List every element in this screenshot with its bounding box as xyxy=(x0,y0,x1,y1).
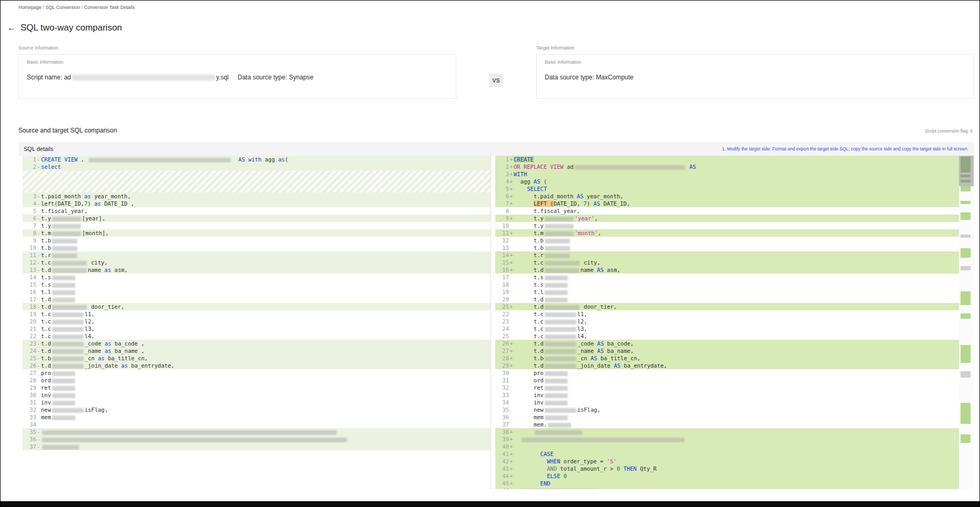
code-token: DATE_ID, xyxy=(554,200,584,207)
line-number: 33 xyxy=(495,391,509,399)
code-line: 25 t.cl4, xyxy=(495,332,959,340)
diff-marker: - xyxy=(36,340,41,347)
line-number: 11 xyxy=(495,229,509,237)
redacted-text xyxy=(522,438,685,442)
source-sql-pane[interactable]: 1-CREATE VIEW , AS with agg as(2-select3… xyxy=(18,156,491,489)
line-number: 18 xyxy=(23,303,36,310)
code-line: 25-t.b_cn as ba_title_cn, xyxy=(23,354,491,362)
line-number: 8 xyxy=(23,229,36,237)
code-token: t.b xyxy=(514,237,544,244)
code-token: name xyxy=(580,267,597,273)
redacted-text xyxy=(545,386,568,391)
code-text: t.s xyxy=(41,273,491,281)
code-text: t.l xyxy=(514,288,959,296)
target-sql-pane[interactable]: 1+CREATE2+OR REPLACE VIEW ad AS3+WITH4+ … xyxy=(491,156,959,489)
minimap-slider[interactable] xyxy=(959,156,974,186)
code-text: CREATE VIEW , AS with agg as( xyxy=(41,156,491,163)
redacted-text xyxy=(52,342,84,347)
code-line: 6-t.y[year], xyxy=(23,215,491,222)
line-number: 6 xyxy=(495,192,509,200)
redacted-text xyxy=(52,364,84,369)
code-token: END xyxy=(540,480,550,486)
line-number: 11 xyxy=(23,251,36,259)
breadcrumb-item[interactable]: SQL Conversion xyxy=(46,5,80,10)
code-token: t.d xyxy=(514,348,544,354)
redacted-text xyxy=(545,379,568,383)
line-number: 27 xyxy=(23,369,36,377)
redacted-text xyxy=(545,283,568,288)
redacted-text xyxy=(52,261,87,266)
redacted-text xyxy=(545,408,576,413)
redacted-text xyxy=(52,290,75,295)
line-number: 1 xyxy=(23,156,36,163)
code-text: t.y xyxy=(514,222,959,229)
code-token: ba_title_cn, xyxy=(597,355,640,361)
diff-marker: + xyxy=(509,303,514,310)
diff-marker xyxy=(509,384,514,391)
back-arrow-icon[interactable]: ← xyxy=(7,24,16,32)
redacted-text xyxy=(545,320,576,325)
code-text xyxy=(41,428,491,435)
code-token: CASE xyxy=(540,451,554,457)
code-token: year_month, xyxy=(584,193,624,199)
code-line: 12-t.c city, xyxy=(23,259,491,266)
code-text: t.d_code AS ba_code, xyxy=(514,340,959,347)
redacted-text xyxy=(545,261,579,266)
code-line: 22t.cl4, xyxy=(23,332,491,340)
code-line: 8-t.m[month], xyxy=(23,229,491,237)
diff-marker xyxy=(509,237,514,244)
script-name-label: Script name: ad xyxy=(27,74,71,81)
code-line: 4+ agg AS ( xyxy=(495,178,959,185)
code-token: _cn xyxy=(85,355,98,361)
code-token: LEFT ( xyxy=(534,200,554,207)
code-token: l4, xyxy=(85,333,95,339)
code-line: 11+ t.m'month', xyxy=(495,229,959,237)
line-number: 34 xyxy=(495,399,509,406)
code-token: agg xyxy=(514,178,534,185)
code-line: 29ret xyxy=(23,384,491,391)
code-text: LEFT (DATE_ID, 7) AS DATE_ID, xyxy=(514,200,959,207)
code-text: t.b xyxy=(514,244,959,251)
diff-marker xyxy=(36,244,41,251)
code-text: t.dname as asm, xyxy=(41,266,491,273)
diff-marker: + xyxy=(509,428,514,435)
code-line: 7+ LEFT (DATE_ID, 7) AS DATE_ID, xyxy=(495,200,959,207)
code-text xyxy=(41,443,491,450)
code-line: 6+ t.paid_month AS year_month, xyxy=(495,192,959,200)
line-number: 29 xyxy=(23,384,36,391)
code-token: AS xyxy=(577,193,584,199)
diff-marker: + xyxy=(509,458,514,465)
line-number: 9 xyxy=(495,215,509,222)
code-text: t.b xyxy=(514,237,959,244)
code-text: t.m'month', xyxy=(514,229,959,237)
line-number: 22 xyxy=(495,310,509,318)
code-text: inv xyxy=(41,399,491,406)
redacted-text xyxy=(42,445,79,450)
code-token: _join_date xyxy=(577,362,614,369)
line-number: 23 xyxy=(495,318,509,325)
diff-marker xyxy=(36,207,41,215)
redacted-text xyxy=(52,305,87,310)
diff-marker: + xyxy=(509,192,514,200)
code-text: t.cl1, xyxy=(514,310,959,318)
code-line: 24-t.d_name as ba_name , xyxy=(23,347,491,354)
code-token: t.s xyxy=(41,274,51,280)
diff-marker xyxy=(36,377,41,384)
breadcrumb-item[interactable]: Conversion Task Details xyxy=(84,5,135,10)
minimap[interactable] xyxy=(959,156,974,489)
diff-marker xyxy=(509,377,514,384)
line-number: 28 xyxy=(495,354,509,362)
redacted-text xyxy=(52,401,75,405)
diff-marker xyxy=(36,296,41,303)
sql-details-bar: SQL details 1. Modify the target side: F… xyxy=(18,142,974,156)
instructions-links[interactable]: 1. Modify the target side: Format and ex… xyxy=(722,146,968,151)
code-token: t.s xyxy=(41,281,51,288)
code-token: t.d xyxy=(514,362,544,369)
code-line: 20 t.d xyxy=(495,296,959,303)
breadcrumb-item[interactable]: Homepage xyxy=(18,5,42,10)
diff-marker: - xyxy=(36,347,41,354)
diff-marker: + xyxy=(509,156,514,163)
line-number: 29 xyxy=(495,362,509,369)
diff-marker: + xyxy=(509,450,514,458)
diff-marker: - xyxy=(36,251,41,259)
